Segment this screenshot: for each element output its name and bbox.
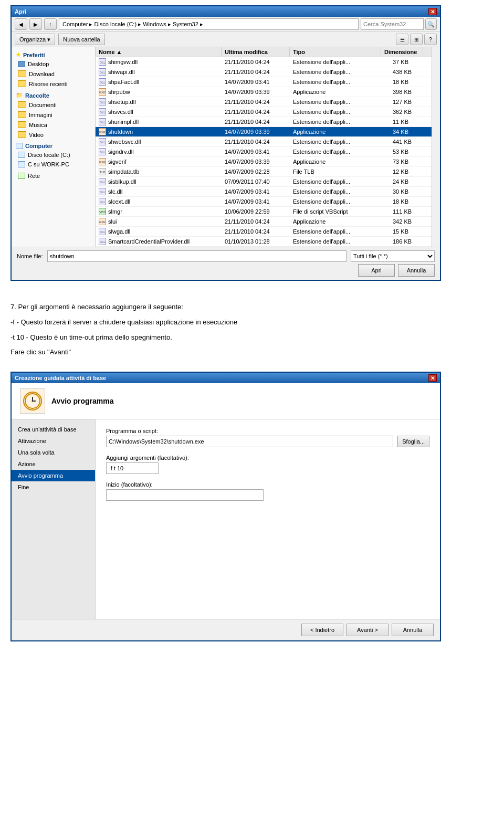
sidebar-item-immagini[interactable]: Immagini [12, 110, 95, 120]
table-row[interactable]: DLLsisblkup.dll 07/09/2011 07:40 Estensi… [96, 177, 432, 187]
file-modified-cell: 14/07/2009 03:41 [222, 187, 290, 196]
file-size-cell: 441 KB [390, 137, 432, 146]
annulla-button-file[interactable]: Annulla [398, 264, 435, 277]
sidebar-item-documenti[interactable]: Documenti [12, 100, 95, 110]
view-icons: ☰ ⊞ ? [396, 34, 437, 45]
file-name-cell: TLBsimpdata.tlb [96, 167, 222, 176]
close-icon[interactable]: ✕ [428, 8, 437, 15]
wizard-nav-item[interactable]: Azione [12, 458, 95, 470]
col-dimensione[interactable]: Dimensione [381, 47, 423, 57]
wizard-header: Avvio programma [12, 383, 440, 419]
wizard-nav-item[interactable]: Crea un'attività di base [12, 424, 95, 435]
documenti-icon [18, 101, 26, 108]
table-row[interactable]: DLLshsvcs.dll 21/11/2010 04:24 Estension… [96, 107, 432, 117]
wizard-close-icon[interactable]: ✕ [428, 374, 437, 382]
search-input[interactable] [361, 18, 424, 30]
indietro-button[interactable]: < Indietro [301, 624, 343, 636]
filetype-select[interactable]: Tutti i file (*.*) [351, 250, 435, 262]
file-type-cell: Estensione dell'appli... [290, 67, 390, 77]
col-tipo[interactable]: Tipo [290, 47, 381, 57]
sidebar-item-download[interactable]: Download [12, 69, 95, 79]
file-list-header: Nome ▲ Ultima modifica Tipo Dimensione [96, 47, 432, 57]
table-row[interactable]: EXEslui 21/11/2010 04:24 Applicazione 34… [96, 217, 432, 227]
table-row[interactable]: DLLshiwapi.dll 21/11/2010 04:24 Estensio… [96, 67, 432, 77]
search-button[interactable]: 🔍 [425, 18, 437, 30]
col-ultima-modifica[interactable]: Ultima modifica [222, 47, 290, 57]
sidebar-item-c-su-workpc[interactable]: C su WORK-PC [12, 160, 95, 169]
table-row[interactable]: DLLshimgvw.dll 21/11/2010 04:24 Estensio… [96, 57, 432, 67]
program-label: Programma o script: [106, 428, 429, 434]
file-rows-container: DLLshimgvw.dll 21/11/2010 04:24 Estensio… [96, 57, 432, 247]
table-row[interactable]: DLLshsetup.dll 21/11/2010 04:24 Estensio… [96, 97, 432, 107]
dll-icon: DLL [99, 148, 106, 155]
clock-icon [23, 392, 42, 410]
wizard-nav-item[interactable]: Una sola volta [12, 447, 95, 458]
annulla-button-wizard[interactable]: Annulla [392, 624, 434, 636]
scrollbar[interactable] [432, 47, 440, 247]
start-label: Inizio (facoltativo): [106, 481, 429, 488]
sidebar-item-disco-locale[interactable]: Disco locale (C:) [12, 150, 95, 160]
file-type-cell: Estensione dell'appli... [290, 237, 390, 246]
dll-icon: DLL [99, 58, 106, 66]
sidebar-item-rete[interactable]: Rete [12, 171, 95, 181]
breadcrumb[interactable]: Computer ▸ Disco locale (C:) ▸ Windows ▸… [59, 18, 359, 30]
table-row[interactable]: DLLsigndrv.dll 14/07/2009 03:41 Estensio… [96, 147, 432, 157]
wizard-body: Crea un'attività di baseAttivazioneUna s… [12, 419, 440, 619]
file-modified-cell: 14/07/2009 03:41 [222, 197, 290, 206]
browse-button[interactable]: Sfoglia... [397, 436, 429, 447]
forward-button[interactable]: ▶ [29, 18, 42, 30]
args-row [106, 462, 429, 474]
sidebar-item-risorse-recenti[interactable]: Risorse recenti [12, 79, 95, 89]
sidebar-raccolte-header: 📁 Raccolte [12, 91, 95, 100]
sidebar-item-musica[interactable]: Musica [12, 120, 95, 130]
args-input[interactable] [106, 462, 159, 474]
apri-button[interactable]: Apri [358, 264, 395, 277]
table-row[interactable]: DLLSmartcardCredentialProvider.dll 01/10… [96, 237, 432, 247]
table-row[interactable]: TLBsimpdata.tlb 14/07/2009 02:28 File TL… [96, 167, 432, 177]
avanti-button[interactable]: Avanti > [346, 624, 388, 636]
args-group: Aggiungi argomenti (facoltativo): [106, 455, 429, 474]
details-view-icon[interactable]: ⊞ [410, 34, 423, 45]
help-icon[interactable]: ? [424, 34, 437, 45]
intro-text: Per gli argomenti è necessario aggiunger… [18, 303, 183, 311]
sidebar-section-preferiti: ★ Preferiti Desktop Download Risorse rec… [12, 50, 95, 89]
nuova-cartella-button[interactable]: Nuova cartella [58, 34, 104, 45]
dialog-content: ★ Preferiti Desktop Download Risorse rec… [12, 47, 440, 247]
wizard-sidebar: Crea un'attività di baseAttivazioneUna s… [12, 419, 96, 619]
file-list-container: Nome ▲ Ultima modifica Tipo Dimensione D… [96, 47, 432, 247]
wizard-nav-item[interactable]: Attivazione [12, 435, 95, 447]
table-row[interactable]: DLLslcext.dll 14/07/2009 03:41 Estension… [96, 197, 432, 207]
sidebar-section-rete: Rete [12, 171, 95, 181]
file-size-cell: 24 KB [390, 177, 432, 186]
wizard-nav-item[interactable]: Avvio programma [12, 470, 95, 481]
table-row[interactable]: DLLshpaFact.dll 14/07/2009 03:41 Estensi… [96, 77, 432, 87]
wizard-nav-item[interactable]: Fine [12, 481, 95, 493]
list-view-icon[interactable]: ☰ [396, 34, 408, 45]
filename-input[interactable] [47, 250, 346, 262]
back-button[interactable]: ◀ [15, 18, 27, 30]
table-row[interactable]: EXEsigverif 14/07/2009 03:39 Applicazion… [96, 157, 432, 167]
dll-icon: DLL [99, 68, 106, 76]
table-row[interactable]: VBSslmgr 10/06/2009 22:59 File di script… [96, 207, 432, 217]
table-row[interactable]: EXEshutdown 14/07/2009 03:39 Applicazion… [96, 127, 432, 137]
sidebar-item-desktop[interactable]: Desktop [12, 59, 95, 69]
file-type-cell: Applicazione [290, 87, 390, 97]
table-row[interactable]: DLLshunimpl.dll 21/11/2010 04:24 Estensi… [96, 117, 432, 127]
file-name-cell: DLLshiwapi.dll [96, 67, 222, 77]
up-button[interactable]: ↑ [44, 18, 57, 30]
step-number: 7. [10, 303, 16, 311]
table-row[interactable]: DLLslwga.dll 21/11/2010 04:24 Estensione… [96, 227, 432, 237]
exe-icon: EXE [99, 128, 106, 135]
program-row: Sfoglia... [106, 436, 429, 447]
dll-icon: DLL [99, 238, 106, 245]
file-type-cell: Estensione dell'appli... [290, 137, 390, 146]
col-nome[interactable]: Nome ▲ [96, 47, 222, 57]
table-row[interactable]: EXEshrpubw 14/07/2009 03:39 Applicazione… [96, 87, 432, 97]
start-input[interactable] [106, 489, 264, 501]
table-row[interactable]: DLLslc.dll 14/07/2009 03:41 Estensione d… [96, 187, 432, 197]
table-row[interactable]: DLLshwebsvc.dll 21/11/2010 04:24 Estensi… [96, 137, 432, 147]
program-input[interactable] [106, 436, 393, 447]
sidebar-item-video[interactable]: Video [12, 130, 95, 140]
organizza-button[interactable]: Organizza ▾ [15, 34, 55, 45]
file-name-cell: DLLshpaFact.dll [96, 77, 222, 87]
